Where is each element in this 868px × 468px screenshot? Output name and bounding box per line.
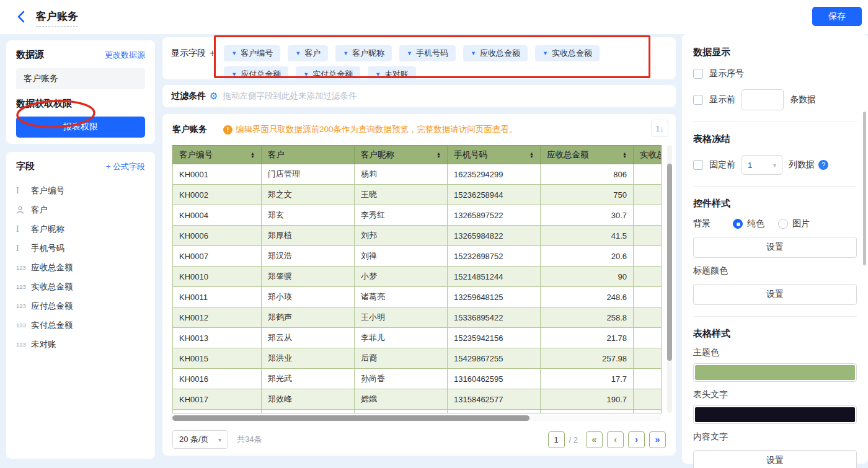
vertical-scrollbar-thumb[interactable] <box>667 164 672 361</box>
display-field-tag[interactable]: ▼实付总金额 <box>296 66 360 82</box>
table-row[interactable]: KH0011郑小瑛诸葛亮13259648125248.6 <box>173 287 662 307</box>
panel-scrollbar-thumb[interactable] <box>863 112 866 265</box>
horizontal-scrollbar[interactable] <box>172 415 661 421</box>
field-item[interactable]: I手机号码 <box>16 239 145 258</box>
display-field-tag[interactable]: ▼手机号码 <box>399 45 456 61</box>
show-first-checkbox[interactable] <box>693 95 703 105</box>
freeze-columns-checkbox[interactable] <box>693 160 703 170</box>
sort-arrows-icon[interactable]: ▲▼ <box>436 152 441 158</box>
field-item[interactable]: I客户昵称 <box>16 219 145 239</box>
permission-heading: 数据获取权限 <box>16 98 145 110</box>
table-cell: 13160462595 <box>448 369 541 389</box>
sort-arrows-icon[interactable]: ▲▼ <box>250 152 255 158</box>
sort-arrows-icon[interactable]: ▲▼ <box>622 152 627 158</box>
prev-page-button[interactable]: ‹ <box>607 431 624 448</box>
freeze-count-select[interactable]: 1 ▾ <box>742 155 782 175</box>
display-field-tag[interactable]: ▼未对账 <box>368 66 416 82</box>
table-cell: 13265897522 <box>448 205 541 226</box>
display-field-tag[interactable]: ▼客户昵称 <box>335 45 392 61</box>
header-text-color-swatch[interactable] <box>693 405 857 424</box>
title-color-set-button[interactable]: 设置 <box>693 284 857 305</box>
field-item[interactable]: 123实付总金额 <box>16 316 145 335</box>
caret-down-icon: ▼ <box>231 50 237 56</box>
table-cell: 21.78 <box>541 328 634 348</box>
field-item[interactable]: 123实收总金额 <box>16 277 145 296</box>
back-icon[interactable] <box>14 9 30 25</box>
field-item[interactable]: 123应付总金额 <box>16 296 145 316</box>
table-row[interactable]: KH0002郑之文王晓15236258944750 <box>173 185 662 205</box>
display-field-tag[interactable]: ▼客户编号 <box>224 45 280 61</box>
table-cell: 190.7 <box>541 389 634 410</box>
display-field-tag[interactable]: ▼应收总金额 <box>463 45 528 61</box>
page-size-select[interactable]: 20 条/页 ▾ <box>172 430 228 449</box>
show-index-checkbox[interactable] <box>693 69 703 79</box>
field-item[interactable]: 123应收总金额 <box>16 258 145 277</box>
table-row[interactable]: KH0004郑玄李秀红1326589752230.7 <box>173 205 662 226</box>
add-formula-field-link[interactable]: + 公式字段 <box>106 161 145 172</box>
solid-color-radio[interactable] <box>733 219 743 229</box>
table-cell: 15236258944 <box>448 185 541 205</box>
display-field-tag[interactable]: ▼实收总金额 <box>535 45 600 61</box>
datasource-field[interactable]: 客户账务 <box>16 68 145 89</box>
next-page-button[interactable]: › <box>628 431 645 448</box>
table-row[interactable]: KH0016郑光武孙尚香1316046259517.7 <box>173 369 662 389</box>
content-text-label: 内容文字 <box>693 431 857 443</box>
sort-order-icon[interactable]: 1↓ <box>651 120 668 137</box>
table-row[interactable]: KH0007郑汉浩刘禅1523269875220.6 <box>173 246 662 267</box>
column-header[interactable]: 客户编号▲▼ <box>173 146 262 164</box>
sort-arrows-icon[interactable]: ▲▼ <box>529 152 534 158</box>
top-bar: 客户账务 保存 <box>0 0 868 34</box>
theme-color-swatch[interactable] <box>693 363 857 382</box>
horizontal-scrollbar-thumb[interactable] <box>172 415 529 421</box>
first-page-button[interactable]: « <box>586 431 603 448</box>
report-permission-button[interactable]: 报表权限 <box>16 117 145 138</box>
table-row[interactable]: KH0006郑厚植刘邦1326598482241.5 <box>173 226 662 246</box>
page-title[interactable]: 客户账务 <box>36 9 78 27</box>
display-fields-card: 显示字段 + ▼客户编号▼客户▼客户昵称▼手机号码▼应收总金额▼实收总金额▼应付… <box>162 37 676 79</box>
table-row[interactable]: KH0001门店管理杨莉16235294299806 <box>173 164 662 185</box>
caret-down-icon: ▼ <box>343 50 348 56</box>
background-set-button[interactable]: 设置 <box>693 237 857 258</box>
table-cell: 15336895422 <box>448 307 541 328</box>
field-item-label: 实付总金额 <box>31 320 73 331</box>
vertical-scrollbar[interactable] <box>667 145 672 413</box>
background-label: 背景 <box>693 218 733 229</box>
table-cell: 258.8 <box>541 307 634 328</box>
field-item[interactable]: 客户 <box>16 200 145 219</box>
gear-icon[interactable]: ⚙ <box>210 91 218 102</box>
table-row[interactable]: KH0015郑洪业后裔15429867255257.98 <box>173 348 662 369</box>
last-page-button[interactable]: » <box>649 431 666 448</box>
table-row[interactable]: KH0012郑鹤声王小明15336895422258.8 <box>173 307 662 328</box>
image-radio[interactable] <box>778 219 788 229</box>
show-first-count-input[interactable] <box>742 89 784 110</box>
add-display-field-icon[interactable]: + <box>210 48 215 59</box>
save-button[interactable]: 保存 <box>812 7 862 26</box>
table-cell: KH0013 <box>173 328 262 348</box>
filter-dropzone-placeholder[interactable]: 拖动左侧字段到此处来添加过滤条件 <box>223 91 356 102</box>
change-datasource-link[interactable]: 更改数据源 <box>105 50 145 61</box>
column-header[interactable]: 手机号码▲▼ <box>448 146 541 164</box>
fields-card: 字段 + 公式字段 I客户编号客户I客户昵称I手机号码123应收总金额123实收… <box>6 152 155 459</box>
table-cell: 刘禅 <box>355 246 448 267</box>
table-row[interactable]: KH0017郑效峰嫦娥13158462577190.7 <box>173 389 662 410</box>
column-header[interactable]: 应收总金额▲▼ <box>541 146 634 164</box>
text-field-icon: I <box>16 186 31 196</box>
divider <box>693 121 857 122</box>
column-header[interactable]: 实收总金额 <box>634 146 662 164</box>
field-item[interactable]: 123未对账 <box>16 335 145 354</box>
column-header[interactable]: 客户昵称▲▼ <box>355 146 448 164</box>
table-row[interactable]: KH0010郑肇骥小梦1521485124490 <box>173 267 662 287</box>
field-item[interactable]: I客户编号 <box>16 181 145 200</box>
chevron-down-icon: ▾ <box>218 436 221 443</box>
display-field-tag[interactable]: ▼应付总金额 <box>224 66 288 82</box>
help-icon[interactable]: ? <box>818 160 828 170</box>
table-row[interactable]: KH0013郑云从李菲儿1523594215621.78 <box>173 328 662 348</box>
display-field-tag[interactable]: ▼客户 <box>288 45 328 61</box>
content-text-set-button[interactable]: 设置 <box>693 450 857 468</box>
page-number-input[interactable] <box>548 431 565 448</box>
caret-down-icon: ▼ <box>303 71 309 77</box>
table-cell: 13158462577 <box>448 389 541 410</box>
text-field-icon: I <box>16 244 31 254</box>
column-header[interactable]: 客户 <box>262 146 355 164</box>
table-cell <box>634 348 662 369</box>
